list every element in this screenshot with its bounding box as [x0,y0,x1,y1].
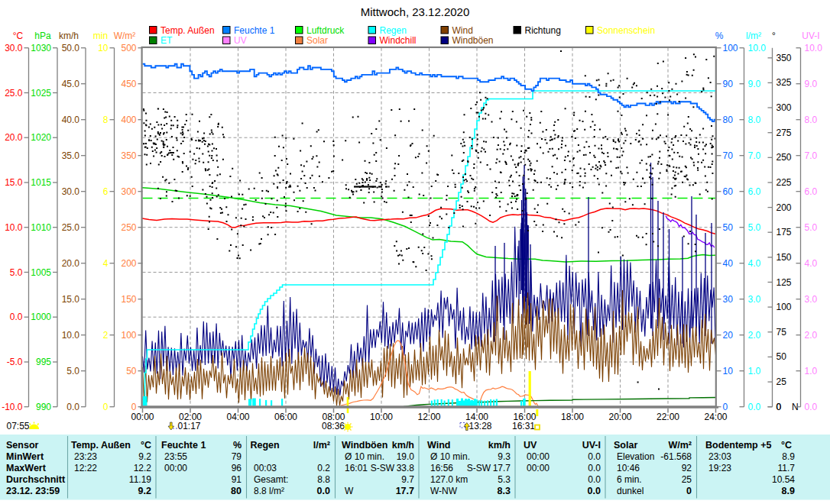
svg-text:100: 100 [723,43,738,53]
svg-text:01:17: 01:17 [178,421,201,431]
svg-text:Wind: Wind [427,440,450,451]
svg-text:30.0: 30.0 [62,186,80,197]
svg-text:80: 80 [723,115,734,125]
svg-text:70: 70 [723,150,734,161]
svg-text:S-SW: S-SW [467,463,491,473]
svg-text:Durchschnitt: Durchschnitt [6,474,66,485]
svg-text:0.2: 0.2 [317,463,330,473]
svg-text:10:00: 10:00 [370,412,393,422]
svg-text:16:01: 16:01 [345,463,368,473]
svg-text:175: 175 [777,227,792,237]
svg-text:9.0: 9.0 [805,79,818,89]
svg-text:96: 96 [232,463,242,473]
svg-text:0: 0 [777,402,782,412]
svg-text:-10.0: -10.0 [2,402,23,412]
svg-text:10.54: 10.54 [772,474,795,485]
svg-text:25.0: 25.0 [5,88,23,99]
svg-text:30: 30 [723,294,734,305]
svg-text:0.0: 0.0 [588,474,601,485]
svg-text:20:00: 20:00 [608,412,631,422]
svg-text:250: 250 [777,152,792,163]
svg-text:Wind: Wind [452,25,473,36]
svg-text:150: 150 [121,294,136,305]
svg-text:12.2: 12.2 [134,463,152,473]
svg-text:4.0: 4.0 [805,258,818,269]
svg-text:50: 50 [777,351,787,362]
svg-text:W-NW: W-NW [430,486,458,496]
svg-text:45.0: 45.0 [62,79,80,89]
svg-text:Luftdruck: Luftdruck [306,25,345,36]
svg-text:9.3: 9.3 [498,451,511,462]
svg-text:17.7: 17.7 [493,463,511,473]
svg-text:7.0: 7.0 [748,150,761,161]
svg-text:400: 400 [121,115,136,125]
svg-text:2.0: 2.0 [748,330,761,341]
svg-text:MaxWert: MaxWert [6,463,47,473]
svg-text:23.12. 23:59: 23.12. 23:59 [6,486,60,496]
svg-text:3.0: 3.0 [748,294,761,305]
svg-text:0.0: 0.0 [748,402,761,412]
svg-text:0: 0 [131,402,137,412]
svg-text:UV-I: UV-I [802,31,819,41]
svg-text:l/m²: l/m² [746,31,761,41]
svg-text:300: 300 [777,102,792,113]
svg-text:75: 75 [777,327,787,338]
svg-text:1020: 1020 [31,132,51,143]
svg-text:Windböen: Windböen [452,35,494,46]
svg-text:W: W [345,486,354,496]
svg-text:UV: UV [234,35,247,46]
svg-text:0.0: 0.0 [588,486,601,496]
svg-text:250: 250 [121,222,136,233]
svg-text:19.0: 19.0 [397,451,415,462]
svg-text:10:46: 10:46 [617,463,640,473]
svg-text:23:55: 23:55 [164,451,187,462]
svg-text:Feuchte 1: Feuchte 1 [161,440,206,451]
svg-text:-61.568: -61.568 [660,451,692,462]
svg-text:1.0: 1.0 [748,366,761,376]
svg-text:350: 350 [121,150,136,161]
svg-text:50: 50 [723,222,734,233]
svg-text:Windchill: Windchill [380,35,417,46]
svg-text:100: 100 [777,302,792,312]
svg-text:°C: °C [13,31,24,41]
svg-text:1000: 1000 [31,312,51,322]
svg-text:7.0: 7.0 [805,150,818,161]
svg-text:8: 8 [103,115,109,125]
svg-text:20.0: 20.0 [5,132,23,143]
svg-text:30.0: 30.0 [5,43,23,53]
svg-text:Windböen: Windböen [342,440,387,451]
svg-text:10: 10 [98,43,109,53]
svg-text:1025: 1025 [31,88,51,99]
svg-text:8.9: 8.9 [782,486,795,496]
svg-text:9.2: 9.2 [138,486,151,496]
svg-text:13:28: 13:28 [469,421,492,431]
svg-text:UV-I: UV-I [582,440,601,451]
svg-text:100: 100 [121,330,136,341]
svg-text:1010: 1010 [31,222,51,233]
svg-text:MinWert: MinWert [6,451,44,462]
svg-text:°C: °C [141,440,151,451]
svg-text:l/m²: l/m² [313,440,330,451]
svg-text:Ø 10 min.: Ø 10 min. [430,451,470,462]
svg-text:40.0: 40.0 [62,115,80,125]
svg-text:00:00: 00:00 [131,412,154,422]
svg-text:0.0: 0.0 [588,451,601,462]
svg-text:10: 10 [723,366,734,376]
svg-text:10.0: 10.0 [62,330,80,341]
svg-text:500: 500 [121,43,136,53]
svg-text:Temp. Außen: Temp. Außen [160,25,215,36]
svg-text:Regen: Regen [251,440,280,451]
svg-text:127.0 km: 127.0 km [430,474,468,485]
svg-text:80: 80 [231,486,242,496]
svg-text:km/h: km/h [392,440,414,451]
svg-text:1005: 1005 [31,267,51,278]
svg-text:23:03: 23:03 [708,451,731,462]
svg-text:125: 125 [777,277,792,288]
svg-text:995: 995 [36,357,51,367]
svg-text:18:00: 18:00 [561,412,584,422]
svg-text:15.0: 15.0 [62,294,80,305]
svg-text:5.0: 5.0 [10,267,23,278]
svg-text:8.0: 8.0 [805,115,818,125]
svg-text:Regen: Regen [380,25,407,36]
svg-text:8.9: 8.9 [782,451,795,462]
